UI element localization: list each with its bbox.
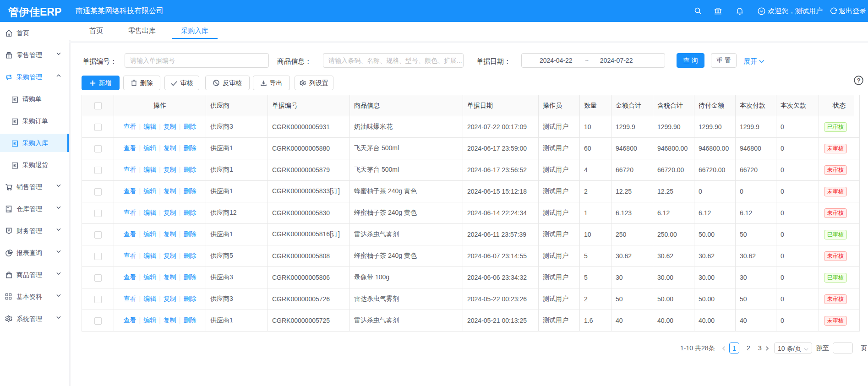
svg-text:?: ? <box>857 77 860 84</box>
